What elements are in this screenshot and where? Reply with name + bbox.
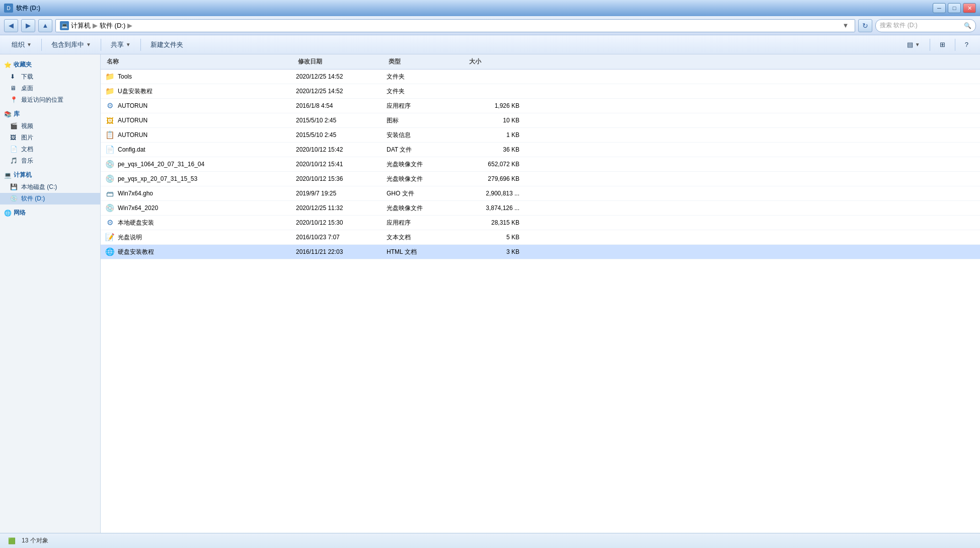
titlebar-controls: ─ □ ✕ <box>933 3 976 13</box>
file-date: 2020/10/12 15:42 <box>296 146 387 153</box>
sidebar-header-library[interactable]: 📚 库 <box>0 108 100 120</box>
file-name: 硬盘安装教程 <box>118 248 154 256</box>
col-type[interactable]: 类型 <box>387 56 467 67</box>
toolbar-sep-3 <box>140 39 141 51</box>
sidebar-section-library: 📚 库 视频 图片 文档 音乐 <box>0 108 100 167</box>
sidebar-item-recent[interactable]: 最近访问的位置 <box>0 94 100 106</box>
titlebar-title: 软件 (D:) <box>16 4 40 13</box>
sidebar-item-disk-c[interactable]: 本地磁盘 (C:) <box>0 181 100 193</box>
table-row[interactable]: 💿 pe_yqs_xp_20_07_31_15_53 2020/10/12 15… <box>101 172 980 186</box>
col-name[interactable]: 名称 <box>105 56 296 67</box>
file-name-cell: 💿 pe_yqs_1064_20_07_31_16_04 <box>105 158 296 170</box>
file-type: 文件夹 <box>387 73 467 81</box>
search-placeholder: 搜索 软件 (D:) <box>880 21 918 30</box>
table-row[interactable]: 📋 AUTORUN 2015/5/10 2:45 安装信息 1 KB <box>101 128 980 143</box>
refresh-button[interactable]: ↻ <box>858 19 872 32</box>
minimize-button[interactable]: ─ <box>933 3 946 13</box>
file-size: 28,315 KB <box>467 219 527 226</box>
back-button[interactable]: ◀ <box>4 19 18 32</box>
sidebar-item-download[interactable]: 下载 <box>0 71 100 83</box>
table-row[interactable]: 📄 Config.dat 2020/10/12 15:42 DAT 文件 36 … <box>101 143 980 157</box>
file-icon: 🖼 <box>105 115 115 125</box>
organize-button[interactable]: 组织 ▼ <box>6 38 37 52</box>
sidebar-item-document[interactable]: 文档 <box>0 144 100 155</box>
desktop-icon <box>10 85 18 93</box>
file-date: 2020/12/25 14:52 <box>296 73 387 80</box>
col-size[interactable]: 大小 <box>467 56 527 67</box>
file-name-cell: 📝 光盘说明 <box>105 231 296 243</box>
statusbar-count: 13 个对象 <box>22 536 48 545</box>
file-name: AUTORUN <box>118 102 147 109</box>
help-button[interactable]: ? <box>959 38 974 52</box>
file-size: 3,874,126 ... <box>467 204 527 212</box>
file-icon: 📁 <box>105 86 115 96</box>
table-row[interactable]: 🖼 AUTORUN 2015/5/10 2:45 图标 10 KB <box>101 113 980 128</box>
music-label: 音乐 <box>21 157 33 165</box>
file-name-cell: 🗃 Win7x64.gho <box>105 187 296 199</box>
sidebar-header-favorites[interactable]: ⭐ 收藏夹 <box>0 58 100 71</box>
computer-icon: 💻 <box>4 172 12 179</box>
table-row[interactable]: 💿 pe_yqs_1064_20_07_31_16_04 2020/10/12 … <box>101 157 980 172</box>
file-size: 1 KB <box>467 131 527 139</box>
view-large-icon[interactable]: ⊞ <box>934 38 951 52</box>
organize-label: 组织 <box>12 40 25 49</box>
toolbar-sep-1 <box>41 39 42 51</box>
table-row[interactable]: ⚙ 本地硬盘安装 2020/10/12 15:30 应用程序 28,315 KB <box>101 216 980 230</box>
path-dropdown-arrow[interactable]: ▼ <box>841 22 851 29</box>
sidebar-item-video[interactable]: 视频 <box>0 120 100 132</box>
sidebar-item-disk-d[interactable]: 软件 (D:) <box>0 193 100 204</box>
table-row[interactable]: 🌐 硬盘安装教程 2016/11/21 22:03 HTML 文档 3 KB <box>101 245 980 259</box>
table-row[interactable]: ⚙ AUTORUN 2016/1/8 4:54 应用程序 1,926 KB <box>101 99 980 113</box>
file-size: 10 KB <box>467 117 527 124</box>
video-label: 视频 <box>21 122 33 130</box>
table-row[interactable]: 📝 光盘说明 2016/10/23 7:07 文本文档 5 KB <box>101 230 980 245</box>
sidebar-item-image[interactable]: 图片 <box>0 132 100 144</box>
new-folder-button[interactable]: 新建文件夹 <box>145 38 189 52</box>
forward-button[interactable]: ▶ <box>21 19 35 32</box>
filelist-header: 名称 修改日期 类型 大小 <box>101 54 980 70</box>
view-button[interactable]: ▤ ▼ <box>901 38 926 52</box>
search-box[interactable]: 搜索 软件 (D:) 🔍 <box>875 19 976 32</box>
address-path[interactable]: 💻 计算机 ▶ 软件 (D:) ▶ ▼ <box>55 19 855 32</box>
file-icon: 🗃 <box>105 188 115 198</box>
disk-c-label: 本地磁盘 (C:) <box>21 183 57 191</box>
new-folder-label: 新建文件夹 <box>150 40 183 49</box>
sidebar-header-computer[interactable]: 💻 计算机 <box>0 169 100 181</box>
share-button[interactable]: 共享 ▼ <box>105 38 136 52</box>
file-type: 文件夹 <box>387 87 467 96</box>
titlebar-icon: D <box>4 4 13 13</box>
statusbar: 🟩 13 个对象 <box>0 533 980 548</box>
library-label: 库 <box>14 110 20 118</box>
search-icon[interactable]: 🔍 <box>964 22 971 29</box>
file-icon: ⚙ <box>105 101 115 111</box>
file-name: Tools <box>118 73 132 80</box>
file-name: AUTORUN <box>118 117 147 124</box>
maximize-button[interactable]: □ <box>948 3 961 13</box>
include-button[interactable]: 包含到库中 ▼ <box>46 38 97 52</box>
file-size: 36 KB <box>467 146 527 153</box>
table-row[interactable]: 📁 U盘安装教程 2020/12/25 14:52 文件夹 <box>101 84 980 99</box>
table-row[interactable]: 📁 Tools 2020/12/25 14:52 文件夹 <box>101 70 980 84</box>
col-date[interactable]: 修改日期 <box>296 56 387 67</box>
file-type: 安装信息 <box>387 131 467 140</box>
file-type: 光盘映像文件 <box>387 160 467 169</box>
table-row[interactable]: 💿 Win7x64_2020 2020/12/25 11:32 光盘映像文件 3… <box>101 201 980 216</box>
file-icon: 📄 <box>105 145 115 155</box>
view-dropdown-icon: ▼ <box>915 42 920 47</box>
file-name-cell: ⚙ 本地硬盘安装 <box>105 217 296 229</box>
sidebar: ⭐ 收藏夹 下载 桌面 最近访问的位置 📚 库 <box>0 54 101 533</box>
toolbar-right: ▤ ▼ ⊞ ? <box>901 38 974 52</box>
up-button[interactable]: ▲ <box>38 19 52 32</box>
lib-icon: 📚 <box>4 111 12 118</box>
file-icon: 📁 <box>105 72 115 82</box>
main-area: ⭐ 收藏夹 下载 桌面 最近访问的位置 📚 库 <box>0 54 980 533</box>
sidebar-item-desktop[interactable]: 桌面 <box>0 83 100 94</box>
file-name-cell: 💿 pe_yqs_xp_20_07_31_15_53 <box>105 173 296 185</box>
table-row[interactable]: 🗃 Win7x64.gho 2019/9/7 19:25 GHO 文件 2,90… <box>101 186 980 201</box>
close-button[interactable]: ✕ <box>963 3 976 13</box>
file-icon: 💿 <box>105 203 115 213</box>
sidebar-header-network[interactable]: 🌐 网络 <box>0 207 100 219</box>
file-name-cell: ⚙ AUTORUN <box>105 100 296 112</box>
sidebar-item-music[interactable]: 音乐 <box>0 155 100 167</box>
video-icon <box>10 122 18 130</box>
